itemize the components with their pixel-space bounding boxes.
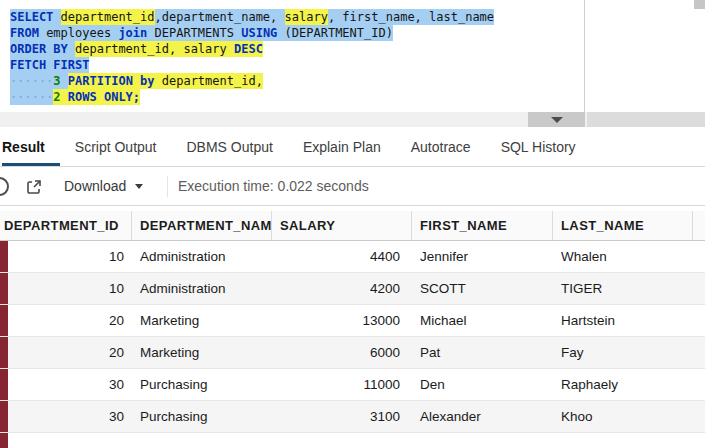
table-row[interactable]: 10Administration4400JenniferWhalen xyxy=(0,241,705,273)
code-line: ORDER BY department_id, salary DESC xyxy=(10,41,584,57)
code-token: DEPARTMENTS xyxy=(155,25,242,41)
row-marker xyxy=(0,337,8,368)
cell: 4200 xyxy=(272,273,412,304)
code-token: ,department_name, xyxy=(155,9,285,25)
splitter-collapse-icon[interactable] xyxy=(551,117,563,123)
cell: 6000 xyxy=(272,337,412,368)
cell: 20 xyxy=(8,337,132,368)
download-label: Download xyxy=(64,178,126,194)
cell: 13000 xyxy=(272,305,412,336)
row-marker xyxy=(0,369,8,400)
column-header-department_id[interactable]: DEPARTMENT_ID xyxy=(0,211,132,240)
code-token: DESC xyxy=(234,41,263,57)
cell: 10 xyxy=(8,241,132,272)
cell: Administration xyxy=(132,273,272,304)
row-marker xyxy=(0,433,8,448)
code-token: USING xyxy=(241,25,284,41)
code-token: ······ xyxy=(10,73,53,89)
code-token: department_id, salary xyxy=(75,41,234,57)
cell: Fay xyxy=(553,337,705,368)
row-marker xyxy=(0,273,8,304)
code-token: 3 xyxy=(53,73,60,89)
code-token: PARTITION by xyxy=(68,73,162,89)
tab-explain-plan[interactable]: Explain Plan xyxy=(288,127,396,166)
cell: Raphaely xyxy=(553,369,705,400)
cell: Marketing xyxy=(132,305,272,336)
open-in-new-icon[interactable] xyxy=(26,179,42,195)
result-grid: DEPARTMENT_IDDEPARTMENT_NAMESALARYFIRST_… xyxy=(0,211,705,448)
chevron-down-icon xyxy=(135,184,143,189)
column-header-first_name[interactable]: FIRST_NAME xyxy=(412,211,553,240)
cell: Pat xyxy=(412,337,553,368)
table-row[interactable]: 30Purchasing3100AlexanderKhoo xyxy=(0,401,705,433)
tab-script-output[interactable]: Script Output xyxy=(60,127,172,166)
code-token: 2 xyxy=(53,89,67,105)
code-line: ······2 ROWS ONLY; xyxy=(10,89,584,105)
cell: SCOTT xyxy=(412,273,553,304)
column-header-last_name[interactable]: LAST_NAME xyxy=(553,211,693,240)
column-header-department_name[interactable]: DEPARTMENT_NAME xyxy=(132,211,272,240)
cell: Den xyxy=(412,369,553,400)
code-line: FROM employees join DEPARTMENTS USING (D… xyxy=(10,25,584,41)
code-token: salary xyxy=(285,9,328,25)
cell: Michael xyxy=(412,305,553,336)
result-toolbar: Download Execution time: 0.022 seconds xyxy=(0,167,705,206)
cell: Whalen xyxy=(553,241,705,272)
code-token: , first_name, last_name xyxy=(328,9,494,25)
code-token: FETCH FIRST xyxy=(10,57,89,73)
header-filler xyxy=(693,211,705,240)
code-token: department_id xyxy=(61,9,155,25)
cell: Hartstein xyxy=(553,305,705,336)
cell: 4400 xyxy=(272,241,412,272)
code-token: (DEPARTMENT_ID) xyxy=(285,25,393,41)
table-row[interactable]: 20Marketing13000MichaelHartstein xyxy=(0,305,705,337)
cell: Administration xyxy=(132,241,272,272)
cell: 20 xyxy=(8,305,132,336)
cell: 30 xyxy=(8,401,132,432)
row-marker xyxy=(0,305,8,336)
tab-dbms-output[interactable]: DBMS Output xyxy=(172,127,288,166)
code-token: ORDER BY xyxy=(10,41,75,57)
download-button[interactable]: Download xyxy=(64,167,143,205)
sql-editor[interactable]: SELECT department_id,department_name, sa… xyxy=(0,0,585,112)
column-header-salary[interactable]: SALARY xyxy=(272,211,412,240)
cell: Alexander xyxy=(412,401,553,432)
cell: Marketing xyxy=(132,337,272,368)
cell: Purchasing xyxy=(132,369,272,400)
code-line: FETCH FIRST xyxy=(10,57,584,73)
refresh-icon[interactable] xyxy=(0,177,9,196)
cell: 11000 xyxy=(272,369,412,400)
cell: 3100 xyxy=(272,401,412,432)
tab-autotrace[interactable]: Autotrace xyxy=(396,127,486,166)
code-token: join xyxy=(118,25,154,41)
grid-body: 10Administration4400JenniferWhalen10Admi… xyxy=(0,241,705,433)
code-token: employees xyxy=(46,25,118,41)
scrollbar-corner xyxy=(694,0,705,9)
code-line: ······3 PARTITION by department_id, xyxy=(10,73,584,89)
splitter xyxy=(0,112,705,127)
code-token: SELECT xyxy=(10,9,61,25)
cell: TIGER xyxy=(553,273,705,304)
cell: Khoo xyxy=(553,401,705,432)
code-line: SELECT department_id,department_name, sa… xyxy=(10,9,584,25)
toolbar-separator xyxy=(167,176,168,197)
code-token: department_id, xyxy=(162,73,263,89)
cell: 30 xyxy=(8,369,132,400)
splitter-right-segment xyxy=(587,112,705,127)
code-token: FROM xyxy=(10,25,46,41)
tabs: ResultScript OutputDBMS OutputExplain Pl… xyxy=(0,127,705,167)
table-row[interactable]: 20Marketing6000PatFay xyxy=(0,337,705,369)
cell: Purchasing xyxy=(132,401,272,432)
cell: Jennifer xyxy=(412,241,553,272)
grid-header: DEPARTMENT_IDDEPARTMENT_NAMESALARYFIRST_… xyxy=(0,211,705,241)
code-token: ROWS ONLY; xyxy=(68,89,140,105)
row-marker xyxy=(0,401,8,432)
execution-time: Execution time: 0.022 seconds xyxy=(178,167,369,205)
tab-sql-history[interactable]: SQL History xyxy=(486,127,591,166)
table-row[interactable]: 30Purchasing11000DenRaphaely xyxy=(0,369,705,401)
tab-result[interactable]: Result xyxy=(2,127,60,166)
row-marker xyxy=(0,241,8,272)
table-row[interactable]: 10Administration4200SCOTTTIGER xyxy=(0,273,705,305)
code-token xyxy=(61,73,68,89)
cell: 10 xyxy=(8,273,132,304)
